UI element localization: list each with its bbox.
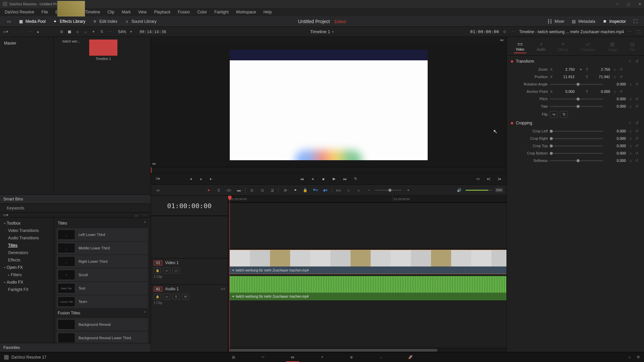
menu-playback[interactable]: Playback <box>151 9 174 15</box>
position-x-field[interactable]: 11.812 <box>555 74 576 79</box>
effects-library-button[interactable]: ✦Effects Library <box>49 17 89 25</box>
selection-tool-icon[interactable]: ➤ <box>205 186 212 194</box>
inspector-options-icon[interactable]: ⋯ <box>627 29 633 35</box>
keyframe-icon[interactable]: ◇ <box>629 129 633 133</box>
flag-icon[interactable]: ⚑▾ <box>312 186 319 194</box>
softness-field[interactable]: 0.000 <box>606 158 627 163</box>
layout-toggle-button[interactable]: ▭ <box>3 17 15 25</box>
crop-bottom-slider[interactable] <box>550 153 603 154</box>
track-auto-select-icon[interactable]: ▭ <box>163 294 170 300</box>
inspector-tab-video[interactable]: ▭Video <box>514 39 526 53</box>
reset-icon[interactable]: ↺ <box>635 104 640 109</box>
maximize-icon[interactable]: ▢ <box>627 2 630 6</box>
menu-color[interactable]: Color <box>194 9 210 15</box>
program-viewer[interactable]: ↖ ⏭ <box>151 43 506 167</box>
snap-icon[interactable]: ⊃ <box>281 186 289 194</box>
keyframe-icon[interactable]: ◇ <box>629 121 633 125</box>
enable-dot-icon[interactable] <box>511 122 513 124</box>
fx-tree-filters[interactable]: ▸Filters <box>1 271 52 279</box>
reset-icon[interactable]: ↺ <box>620 67 624 72</box>
reset-icon[interactable]: ↺ <box>635 97 640 101</box>
zoom-timeline-icon[interactable]: ⌕ <box>355 186 362 194</box>
next-edit-icon[interactable]: ▸ <box>207 175 215 183</box>
keyframe-icon[interactable]: ◇ <box>629 82 633 86</box>
audio-clip[interactable]: ⚭twitch werbung für mehr Zuschauer mache… <box>229 276 506 300</box>
menu-view[interactable]: View <box>135 9 150 15</box>
prev-clip-icon[interactable]: |◂ <box>496 175 503 183</box>
fullscreen-button[interactable]: ⛶ <box>629 17 641 25</box>
prev-edit-icon[interactable]: ◂ <box>187 175 195 183</box>
metadata-view-icon[interactable]: ⊞ <box>58 29 64 35</box>
inspector-tab-transition[interactable]: ⇄Transition <box>579 40 597 53</box>
index-icon[interactable]: ▭⌕ <box>335 186 342 194</box>
reset-icon[interactable]: ↺ <box>635 151 640 156</box>
video-track-row[interactable]: ⚭twitch werbung für mehr Zuschauer mache… <box>228 249 506 275</box>
crop-top-field[interactable]: 0.000 <box>606 143 627 148</box>
timeline-scrollbar[interactable] <box>228 348 506 352</box>
link-xy-icon[interactable]: ⚭ <box>578 67 583 72</box>
marker-icon[interactable]: ◆▾ <box>322 186 329 194</box>
fx-tree-video-transitions[interactable]: Video Transitions <box>1 227 52 234</box>
options-icon[interactable]: ⋯ <box>107 29 113 35</box>
inspector-button[interactable]: ✖Inspector <box>599 17 629 25</box>
go-first-icon[interactable]: ⏮ <box>298 175 306 183</box>
list-view-icon[interactable]: ≡ <box>74 29 80 35</box>
video-track-header[interactable]: V1 Video 1 🔒 ▭ ▢ 1 Clip <box>151 258 228 284</box>
flip-h-button[interactable]: ⇋ <box>550 111 558 118</box>
fusion-bg-reveal[interactable]: Background Reveal <box>56 318 148 331</box>
keyframe-icon[interactable]: ◇ <box>613 90 618 94</box>
menu-mark[interactable]: Mark <box>118 9 134 15</box>
cut-page-tab[interactable]: ✂ <box>258 354 268 361</box>
enable-dot-icon[interactable] <box>511 60 513 63</box>
nav-back-icon[interactable]: ‹ <box>11 29 17 35</box>
titles-header[interactable]: Titles⌃ <box>56 219 148 228</box>
track-solo-button[interactable]: S <box>172 294 180 300</box>
favorites-header[interactable]: Favorites <box>0 343 151 352</box>
reset-icon[interactable]: ↺ <box>635 159 640 163</box>
reset-icon[interactable]: ↺ <box>635 121 640 125</box>
fx-tree-audiofx[interactable]: ▾Audio FX <box>1 279 52 286</box>
crop-left-field[interactable]: 0.000 <box>606 128 627 134</box>
fx-tree-toolbox[interactable]: ▾Toolbox <box>1 220 52 227</box>
track-lock-icon[interactable]: 🔒 <box>154 294 161 300</box>
track-disable-icon[interactable]: ▢ <box>172 267 180 274</box>
close-icon[interactable]: ✕ <box>638 2 641 6</box>
menu-fusion[interactable]: Fusion <box>174 9 193 15</box>
viewer-scrubber[interactable] <box>151 167 506 173</box>
menu-fairlight[interactable]: Fairlight <box>211 9 232 15</box>
color-page-tab[interactable]: ◉ <box>347 354 356 361</box>
yaw-slider[interactable] <box>550 106 603 107</box>
settings-icon[interactable]: ⚙ <box>637 355 640 359</box>
transform-section-header[interactable]: Transform ◇↺ <box>507 57 644 66</box>
keyframe-icon[interactable]: ◇ <box>629 105 633 108</box>
yaw-field[interactable]: 0.000 <box>606 104 627 109</box>
audio-track-row[interactable]: ⚭twitch werbung für mehr Zuschauer mache… <box>228 275 506 301</box>
lock-icon[interactable]: 🔒 <box>302 186 309 194</box>
zoom-chevron-icon[interactable]: ▾ <box>128 29 134 35</box>
media-page-tab[interactable]: ▦ <box>229 354 238 361</box>
keyframe-icon[interactable]: ◇ <box>613 75 618 79</box>
inspector-tab-image[interactable]: ▦Image <box>606 40 619 53</box>
more-icon[interactable]: ⋯ <box>27 29 33 35</box>
title-right-lower-third[interactable]: ⎯Right Lower Third <box>56 255 148 268</box>
viewer-zoom[interactable]: 54% <box>118 29 126 34</box>
fx-tree-titles[interactable]: Titles <box>1 242 52 249</box>
scrollbar-thumb[interactable] <box>229 349 437 352</box>
play-button[interactable]: ▶ <box>330 175 338 183</box>
menu-davinci[interactable]: DaVinci Resolve <box>1 9 38 15</box>
search-timeline-icon[interactable]: ⌕ <box>345 186 352 194</box>
fx-tree-fairlightfx[interactable]: Fairlight FX <box>1 286 52 293</box>
cropping-section-header[interactable]: Cropping ◇↺ <box>507 119 644 127</box>
fx-tree-effects[interactable]: Effects <box>1 256 52 264</box>
sort-icon[interactable]: ⇅ <box>99 29 105 35</box>
thumb-view-icon[interactable]: ▦ <box>66 29 72 35</box>
match-frame-icon[interactable]: ⌑▾ <box>154 175 162 183</box>
minimize-icon[interactable]: ─ <box>616 2 619 6</box>
search-icon[interactable]: ⌕ <box>83 29 89 35</box>
zoom-in-icon[interactable]: + <box>405 186 412 194</box>
reset-icon[interactable]: ↺ <box>620 75 624 79</box>
zoom-y-field[interactable]: 2.750 <box>591 67 611 72</box>
blade-tool-icon[interactable]: ▬ <box>235 186 243 194</box>
menu-clip[interactable]: Clip <box>104 9 118 15</box>
title-text[interactable]: Basic TitleText <box>56 282 148 295</box>
